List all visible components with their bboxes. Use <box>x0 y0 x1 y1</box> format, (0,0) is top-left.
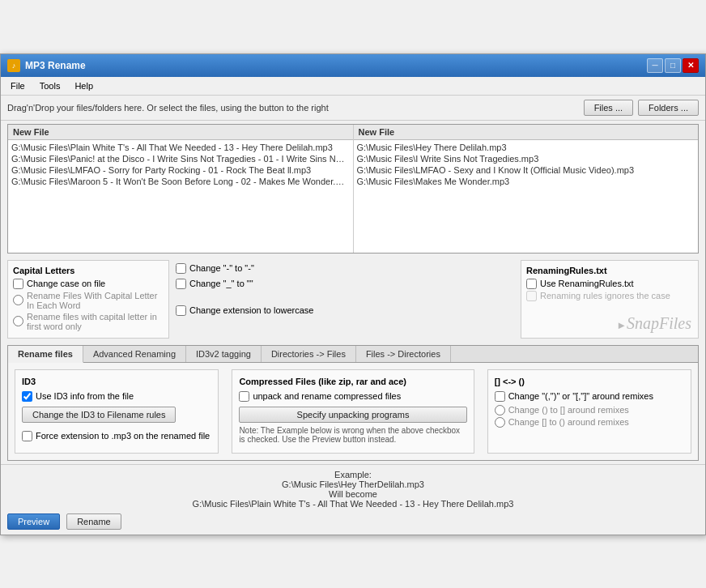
rename-each-word-radio[interactable] <box>13 295 23 305</box>
list-item: G:\Music Files\Makes Me Wonder.mp3 <box>357 176 695 187</box>
preview-button[interactable]: Preview <box>7 513 60 530</box>
id3-section: ID3 Use ID3 info from the file Change th… <box>15 369 219 454</box>
example-label: Example: <box>334 470 372 479</box>
change-parens-checkbox[interactable] <box>495 391 505 402</box>
use-rules-label: Use RenamingRules.txt <box>540 279 634 288</box>
toolbar: Drag'n'Drop your files/folders here. Or … <box>1 96 705 121</box>
brackets-title: [] <-> () <box>495 377 684 386</box>
renaming-rules-title: RenamingRules.txt <box>526 266 693 275</box>
title-bar: ♪ MP3 Rename ─ □ ✕ <box>1 54 705 77</box>
folders-button[interactable]: Folders ... <box>638 100 699 116</box>
tab-id3v2-tagging[interactable]: ID3v2 tagging <box>186 346 262 362</box>
change-dash-checkbox[interactable] <box>176 263 186 274</box>
change-case-label: Change case on file <box>27 279 105 288</box>
file-list-right: G:\Music Files\Hey There Delilah.mp3 G:\… <box>354 140 699 189</box>
title-bar-left: ♪ MP3 Rename <box>7 59 86 72</box>
ignores-case-checkbox <box>526 291 537 301</box>
rename-first-word-row: Rename files with capital letter in firs… <box>13 312 164 331</box>
tab-bar: Rename files Advanced Renaming ID3v2 tag… <box>8 346 698 363</box>
file-list-left: G:\Music Files\Plain White T's - All Tha… <box>8 140 353 189</box>
list-item: G:\Music Files\Maroon 5 - It Won't Be So… <box>11 176 350 187</box>
action-buttons-row: Preview Rename <box>7 513 699 530</box>
title-bar-controls: ─ □ ✕ <box>647 58 699 73</box>
tab-files-to-dirs[interactable]: Files -> Directories <box>356 346 451 362</box>
compressed-note: Note: The Example below is wrong when th… <box>239 426 466 444</box>
to-brackets-row: Change () to [] around remixes <box>495 405 684 415</box>
list-item: G:\Music Files\Panic! at the Disco - I W… <box>11 153 350 164</box>
file-col-header-right: New File <box>354 125 699 140</box>
change-underscore-label: Change "_" to "" <box>189 279 253 288</box>
change-extension-checkbox[interactable] <box>176 305 186 316</box>
unpack-row: unpack and rename compressed files <box>239 391 466 402</box>
list-item: G:\Music Files\LMFAO - Sorry for Party R… <box>11 164 350 176</box>
to-brackets-radio[interactable] <box>495 405 505 415</box>
ignores-case-label: Renaming rules ignores the case <box>540 291 670 300</box>
to-parens-row: Change [] to () around remixes <box>495 417 684 428</box>
rename-each-word-row: Rename Files With Capital Letter In Each… <box>13 291 164 310</box>
capital-letters-title: Capital Letters <box>13 266 164 275</box>
use-rules-checkbox[interactable] <box>526 279 537 289</box>
tab-dirs-to-files[interactable]: Directories -> Files <box>262 346 356 362</box>
list-item: G:\Music Files\Hey There Delilah.mp3 <box>357 142 695 153</box>
minimize-button[interactable]: ─ <box>647 58 663 73</box>
to-parens-radio[interactable] <box>495 417 505 428</box>
force-extension-row: Force extension to .mp3 on the renamed f… <box>22 431 211 441</box>
files-button[interactable]: Files ... <box>584 100 633 116</box>
list-item: G:\Music Files\LMFAO - Sexy and I Know I… <box>357 164 695 176</box>
ignores-case-row: Renaming rules ignores the case <box>526 291 693 301</box>
change-parens-label: Change "(,")" or "[,"]" around remixes <box>508 391 653 401</box>
middle-options-section: Change "-" to "-" Change "_" to "" Chang… <box>176 260 514 339</box>
tab-advanced-renaming[interactable]: Advanced Renaming <box>83 346 186 362</box>
tabs-panel: Rename files Advanced Renaming ID3v2 tag… <box>7 345 699 461</box>
compressed-section: Compressed Files (like zip, rar and ace)… <box>232 369 474 454</box>
change-underscore-row: Change "_" to "" <box>176 279 514 289</box>
file-panel: New File G:\Music Files\Plain White T's … <box>7 124 699 254</box>
example-will: Will become <box>329 489 377 499</box>
use-rules-row: Use RenamingRules.txt <box>526 279 693 289</box>
use-id3-checkbox[interactable] <box>22 391 32 402</box>
change-dash-label: Change "-" to "-" <box>189 263 254 273</box>
app-icon: ♪ <box>7 59 20 72</box>
menu-tools[interactable]: Tools <box>33 79 67 92</box>
example-source: G:\Music Files\Hey TherDelilah.mp3 <box>282 479 424 489</box>
example-result: G:\Music Files\Plain White T's - All Tha… <box>193 499 514 509</box>
list-item: G:\Music Files\Plain White T's - All Tha… <box>11 142 350 153</box>
rename-first-word-label: Rename files with capital letter in firs… <box>27 312 164 331</box>
change-case-checkbox[interactable] <box>13 279 23 289</box>
close-button[interactable]: ✕ <box>683 58 699 73</box>
compressed-title: Compressed Files (like zip, rar and ace) <box>239 377 466 386</box>
specify-programs-button[interactable]: Specify unpacking programs <box>239 407 466 423</box>
menubar: File Tools Help <box>1 77 705 96</box>
rename-each-word-label: Rename Files With Capital Letter In Each… <box>27 291 164 310</box>
file-col-header-left: New File <box>8 125 353 140</box>
snapfiles-watermark: ►SnapFiles <box>616 314 691 333</box>
menu-file[interactable]: File <box>4 79 32 92</box>
use-id3-label: Use ID3 info from the file <box>36 391 134 401</box>
change-underscore-checkbox[interactable] <box>176 279 186 289</box>
to-parens-label: Change [] to () around remixes <box>508 417 629 427</box>
force-extension-checkbox[interactable] <box>22 431 32 441</box>
toolbar-label: Drag'n'Drop your files/folders here. Or … <box>7 103 579 113</box>
bottom-bar: Example: G:\Music Files\Hey TherDelilah.… <box>1 464 705 535</box>
file-column-right: New File G:\Music Files\Hey There Delila… <box>353 125 699 253</box>
change-extension-row: Change extension to lowercase <box>176 305 514 316</box>
change-case-row: Change case on file <box>13 279 164 289</box>
brackets-section: [] <-> () Change "(,")" or "[,"]" around… <box>487 369 691 454</box>
options-panel: Capital Letters Change case on file Rena… <box>7 257 699 342</box>
change-id3-button[interactable]: Change the ID3 to Filename rules <box>22 407 176 423</box>
capital-letters-section: Capital Letters Change case on file Rena… <box>7 260 169 339</box>
force-extension-label: Force extension to .mp3 on the renamed f… <box>36 431 210 441</box>
change-dash-row: Change "-" to "-" <box>176 263 514 274</box>
to-brackets-label: Change () to [] around remixes <box>508 405 629 415</box>
tab-rename-files[interactable]: Rename files <box>8 346 83 363</box>
menu-help[interactable]: Help <box>68 79 100 92</box>
unpack-label: unpack and rename compressed files <box>253 391 401 401</box>
maximize-button[interactable]: □ <box>665 58 681 73</box>
unpack-checkbox[interactable] <box>239 391 249 402</box>
rename-first-word-radio[interactable] <box>13 316 23 326</box>
list-item: G:\Music Files\I Write Sins Not Tragedie… <box>357 153 695 164</box>
example-text: Example: G:\Music Files\Hey TherDelilah.… <box>7 470 699 509</box>
renaming-rules-section: RenamingRules.txt Use RenamingRules.txt … <box>521 260 699 339</box>
window-title: MP3 Rename <box>25 60 86 71</box>
rename-button[interactable]: Rename <box>66 513 121 530</box>
